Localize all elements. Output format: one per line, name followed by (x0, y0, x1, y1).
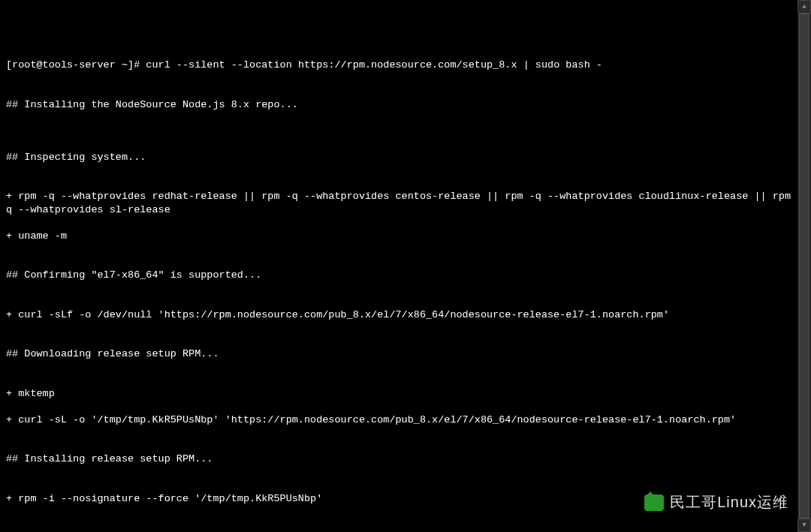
section-header: ## Installing release setup RPM... (6, 452, 805, 466)
watermark-text: 民工哥Linux运维 (670, 496, 788, 509)
scroll-up-icon[interactable]: ▲ (797, 0, 811, 14)
section-header: ## Downloading release setup RPM... (6, 347, 805, 361)
shell-prompt: [root@tools-server ~]# (6, 59, 146, 71)
output-line: + uname -m (6, 230, 805, 243)
prompt-line: [root@tools-server ~]# curl --silent --l… (6, 59, 805, 72)
output-line: + curl -sL -o '/tmp/tmp.KkR5PUsNbp' 'htt… (6, 413, 805, 427)
scrollbar[interactable]: ▲ ▼ (797, 0, 811, 532)
section-header: ## Confirming "el7-x86_64" is supported.… (6, 269, 805, 282)
section-header: ## Inspecting system... (6, 151, 805, 164)
wechat-icon (644, 494, 664, 511)
output-line: + curl -sLf -o /dev/null 'https://rpm.no… (6, 308, 805, 322)
watermark: 民工哥Linux运维 (644, 494, 788, 511)
scroll-down-icon[interactable]: ▼ (797, 518, 811, 532)
section-header: ## Installing the NodeSource Node.js 8.x… (6, 98, 805, 112)
output-line: + mktemp (6, 387, 805, 401)
scroll-thumb[interactable] (799, 14, 809, 518)
command: curl --silent --location https://rpm.nod… (146, 59, 602, 71)
output-line: + rpm -q --whatprovides redhat-release |… (6, 190, 805, 216)
